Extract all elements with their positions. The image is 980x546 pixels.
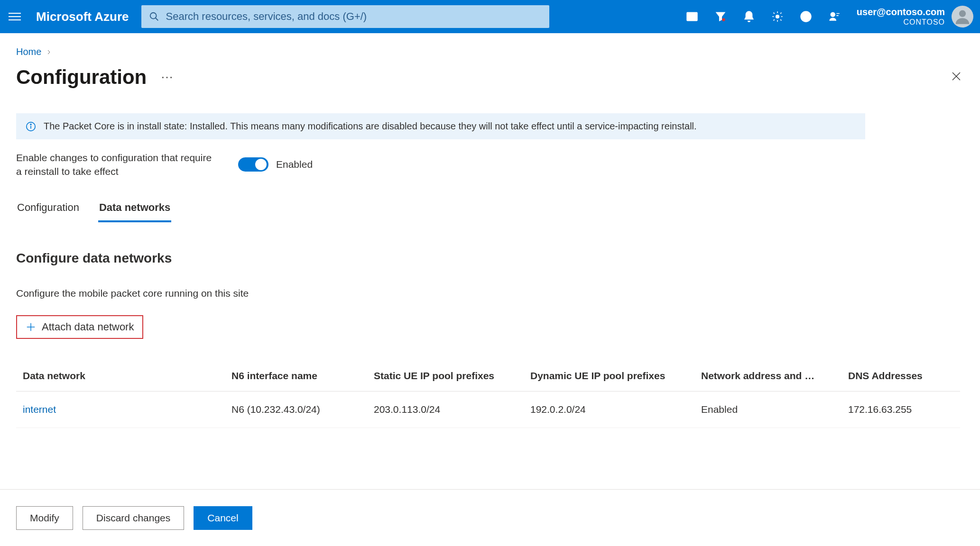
svg-point-4 (776, 15, 779, 18)
tab-configuration[interactable]: Configuration (16, 199, 80, 222)
cell-nat: Enabled (701, 404, 848, 415)
col-data-network[interactable]: Data network (23, 370, 231, 382)
col-nat[interactable]: Network address and … (701, 370, 848, 382)
cell-n6: N6 (10.232.43.0/24) (231, 404, 374, 415)
svg-point-3 (722, 18, 725, 21)
breadcrumb: Home (16, 46, 969, 57)
hamburger-menu[interactable] (9, 9, 24, 24)
modify-button[interactable]: Modify (16, 506, 73, 530)
cell-data-network[interactable]: internet (23, 404, 231, 415)
col-dns[interactable]: DNS Addresses (848, 370, 967, 382)
avatar (952, 6, 973, 27)
account-org: CONTOSO (857, 18, 945, 27)
chevron-right-icon (46, 46, 52, 57)
svg-point-7 (831, 12, 835, 17)
cancel-button[interactable]: Cancel (194, 506, 252, 530)
search-icon (149, 11, 159, 22)
tab-data-networks[interactable]: Data networks (98, 199, 171, 222)
info-icon (26, 121, 36, 132)
plus-icon (26, 322, 36, 332)
directory-filter-icon[interactable] (714, 10, 727, 23)
toggle-label: Enable changes to configuration that req… (16, 151, 215, 179)
info-banner-text: The Packet Core is in install state: Ins… (44, 121, 697, 132)
discard-changes-button[interactable]: Discard changes (83, 506, 184, 530)
col-n6[interactable]: N6 interface name (231, 370, 374, 382)
svg-rect-2 (687, 12, 697, 20)
cell-dns: 172.16.63.255 (848, 404, 967, 415)
col-static-prefixes[interactable]: Static UE IP pool prefixes (374, 370, 530, 382)
cell-static-prefixes: 203.0.113.0/24 (374, 404, 530, 415)
svg-point-13 (30, 124, 31, 125)
cell-dynamic-prefixes: 192.0.2.0/24 (530, 404, 701, 415)
notifications-icon[interactable] (743, 10, 755, 23)
svg-point-8 (959, 10, 966, 17)
cloud-shell-icon[interactable] (686, 10, 698, 23)
svg-line-1 (155, 18, 158, 21)
settings-icon[interactable] (771, 10, 784, 23)
account-email: user@contoso.com (857, 6, 945, 18)
tab-bar: Configuration Data networks (16, 199, 969, 222)
account-menu[interactable]: user@contoso.com CONTOSO (857, 6, 973, 27)
attach-data-network-button[interactable]: Attach data network (16, 315, 143, 339)
global-search[interactable] (141, 5, 549, 28)
section-description: Configure the mobile packet core running… (16, 288, 969, 299)
global-header: Microsoft Azure user@contoso.com CONTOSO (0, 0, 980, 33)
brand-logo[interactable]: Microsoft Azure (36, 9, 129, 24)
toggle-state-text: Enabled (276, 159, 313, 170)
close-blade-button[interactable] (944, 67, 969, 88)
data-networks-table: Data network N6 interface name Static UE… (16, 361, 960, 428)
svg-point-0 (150, 13, 156, 19)
more-actions-button[interactable]: ⋯ (157, 67, 178, 88)
col-dynamic-prefixes[interactable]: Dynamic UE IP pool prefixes (530, 370, 701, 382)
section-heading: Configure data networks (16, 251, 969, 266)
footer-action-bar: Modify Discard changes Cancel (0, 489, 980, 546)
page-title: Configuration (16, 66, 147, 89)
enable-changes-toggle[interactable] (238, 157, 268, 172)
svg-point-6 (805, 19, 806, 20)
table-row[interactable]: internet N6 (10.232.43.0/24) 203.0.113.0… (16, 391, 960, 428)
table-header: Data network N6 interface name Static UE… (16, 361, 960, 391)
feedback-icon[interactable] (828, 10, 841, 23)
help-icon[interactable] (800, 10, 812, 23)
breadcrumb-home[interactable]: Home (16, 46, 41, 57)
info-banner: The Packet Core is in install state: Ins… (16, 113, 865, 139)
attach-button-label: Attach data network (42, 321, 134, 333)
search-input[interactable] (166, 10, 542, 23)
